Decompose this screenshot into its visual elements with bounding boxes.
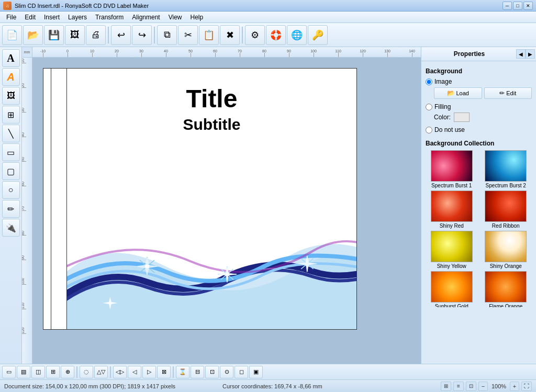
tool-btn-line[interactable]: ╲: [2, 125, 20, 142]
bottom-btn-9[interactable]: ▷: [142, 366, 156, 378]
toolbar-btn-settings[interactable]: ⚙: [245, 25, 265, 45]
bottom-btn-5[interactable]: ◌: [80, 366, 93, 378]
menu-item-transform[interactable]: Transform: [91, 13, 128, 22]
bottom-btn-10[interactable]: ⊠: [157, 366, 171, 378]
bottom-btn-8[interactable]: ◁: [128, 366, 141, 378]
toolbar-btn-cut[interactable]: ✂: [178, 25, 198, 45]
toolbar-btn-paste[interactable]: 📋: [199, 25, 219, 45]
bg-item-spectrum-burst-1[interactable]: Spectrum Burst 1: [426, 150, 478, 188]
fit-view-btn[interactable]: ⊡: [466, 382, 476, 391]
toolbar-btn-open[interactable]: 📂: [23, 25, 43, 45]
toolbar-btn-web[interactable]: 🌐: [287, 25, 307, 45]
filling-label: Filling: [434, 103, 451, 110]
bg-item-extra2[interactable]: Flame Orange: [480, 271, 532, 307]
bg-item-red-ribbon[interactable]: Red Ribbon: [480, 191, 532, 229]
toolbar-btn-delete[interactable]: ✖: [220, 25, 240, 45]
bottom-btn-13[interactable]: ⊡: [205, 366, 219, 378]
h-ruler-label: 130: [384, 49, 390, 53]
h-ruler-label: 50: [188, 49, 193, 53]
filling-radio[interactable]: [426, 104, 432, 110]
h-ruler-tick: [191, 53, 191, 57]
bg-item-shiny-yellow[interactable]: Shiny Yellow: [426, 231, 478, 269]
tool-btn-ellipse[interactable]: ○: [2, 181, 20, 199]
toolbar: 📄📂💾🖼🖨↩↪⧉✂📋✖⚙🛟🌐🔑: [0, 23, 536, 47]
fullscreen-btn[interactable]: ⛶: [521, 382, 532, 391]
bottom-btn-16[interactable]: ▣: [249, 366, 263, 378]
toolbar-btn-redo[interactable]: ↪: [132, 25, 152, 45]
tool-btn-insert-image[interactable]: 🖼: [2, 87, 20, 105]
menu-item-edit[interactable]: Edit: [20, 13, 40, 22]
cd-insert-label[interactable]: Title Subtitle: [43, 68, 357, 330]
h-ruler-label: 30: [139, 49, 143, 53]
tool-btn-pencil[interactable]: ✏: [2, 200, 20, 218]
toolbar-btn-key[interactable]: 🔑: [308, 25, 328, 45]
tool-btn-clone[interactable]: ⊞: [2, 106, 20, 124]
bottom-btn-6[interactable]: △▽: [94, 366, 108, 378]
toolbar-btn-image[interactable]: 🖼: [65, 25, 85, 45]
menu-item-layers[interactable]: Layers: [64, 13, 91, 22]
close-btn[interactable]: ✕: [523, 2, 533, 10]
v-ruler-tick: [22, 210, 26, 211]
menu-item-file[interactable]: File: [2, 13, 20, 22]
bg-item-shiny-orange[interactable]: Shiny Orange: [480, 231, 532, 269]
filling-radio-row: Filling: [426, 103, 532, 110]
toolbar-separator-11: [242, 27, 243, 43]
minimize-btn[interactable]: ─: [502, 2, 512, 10]
menu-item-alignment[interactable]: Alignment: [128, 13, 164, 22]
bottom-btn-3[interactable]: ⊞: [46, 366, 60, 378]
bottom-btn-11[interactable]: ⌛: [176, 366, 189, 378]
bg-item-spectrum-burst-2[interactable]: Spectrum Burst 2: [480, 150, 532, 188]
toolbar-btn-help[interactable]: 🛟: [266, 25, 286, 45]
tool-btn-fancy-text[interactable]: A: [2, 68, 20, 86]
bottom-btn-4[interactable]: ⊕: [61, 366, 74, 378]
bottom-separator-5: [76, 366, 77, 378]
toolbar-btn-undo[interactable]: ↩: [111, 25, 131, 45]
toolbar-btn-new[interactable]: 📄: [2, 25, 22, 45]
label-title[interactable]: Title: [67, 84, 356, 113]
edit-button[interactable]: ✏ Edit: [484, 87, 532, 99]
list-view-btn[interactable]: ≡: [453, 382, 464, 391]
bg-thumb-shiny-yellow: [431, 231, 473, 262]
doc-size-status: Document size: 154,00 x 120,00 mm (300 D…: [4, 383, 222, 389]
tool-btn-rounded-rect[interactable]: ▢: [2, 162, 20, 180]
bg-thumb-label-extra1: Sunburst Gold: [435, 304, 468, 307]
menu-item-help[interactable]: Help: [186, 13, 207, 22]
tool-btn-text[interactable]: A: [2, 49, 20, 67]
bottom-btn-15[interactable]: ◻: [234, 366, 248, 378]
bottom-btn-14[interactable]: ⊙: [220, 366, 233, 378]
collection-scroll[interactable]: Spectrum Burst 1Spectrum Burst 2Shiny Re…: [426, 150, 532, 307]
tool-btn-rectangle[interactable]: ▭: [2, 143, 20, 161]
bottom-btn-0[interactable]: ▭: [2, 366, 16, 378]
toolbar-btn-print[interactable]: 🖨: [86, 25, 106, 45]
label-subtitle[interactable]: Subtitle: [67, 116, 356, 133]
zoom-out-btn[interactable]: −: [478, 382, 488, 391]
bottom-btn-2[interactable]: ◫: [31, 366, 45, 378]
load-icon: 📂: [447, 89, 455, 97]
toolbar-btn-save[interactable]: 💾: [44, 25, 64, 45]
menu-item-insert[interactable]: Insert: [40, 13, 64, 22]
do-not-use-radio-row: Do not use: [426, 126, 532, 133]
image-radio[interactable]: [426, 79, 432, 85]
panel-left-arrow[interactable]: ◀: [516, 49, 526, 59]
bottom-btn-7[interactable]: ◁▷: [113, 366, 127, 378]
toolbar-btn-copy[interactable]: ⧉: [157, 25, 177, 45]
tool-btn-plugin[interactable]: 🔌: [2, 219, 20, 237]
maximize-btn[interactable]: □: [513, 2, 522, 10]
color-picker[interactable]: [454, 113, 470, 122]
canvas-content[interactable]: Title Subtitle: [32, 58, 421, 364]
bottom-btn-1[interactable]: ▤: [17, 366, 30, 378]
zoom-in-btn[interactable]: +: [510, 382, 519, 391]
menu-item-view[interactable]: View: [164, 13, 186, 22]
panel-content: Background Image 📂 Load ✏ Edit Fi: [421, 61, 536, 364]
panel-right-arrow[interactable]: ▶: [526, 49, 535, 59]
bg-item-extra1[interactable]: Sunburst Gold: [426, 271, 478, 307]
load-button[interactable]: 📂 Load: [434, 87, 482, 99]
v-ruler-tick: [22, 63, 26, 63]
collection-title: Background Collection: [426, 140, 532, 147]
grid-view-btn[interactable]: ⊞: [441, 382, 451, 391]
do-not-use-radio[interactable]: [426, 127, 432, 133]
bg-item-shiny-red[interactable]: Shiny Red: [426, 191, 478, 229]
h-ruler-label: 70: [238, 49, 242, 53]
edit-icon: ✏: [499, 89, 505, 97]
bottom-btn-12[interactable]: ⊟: [191, 366, 204, 378]
